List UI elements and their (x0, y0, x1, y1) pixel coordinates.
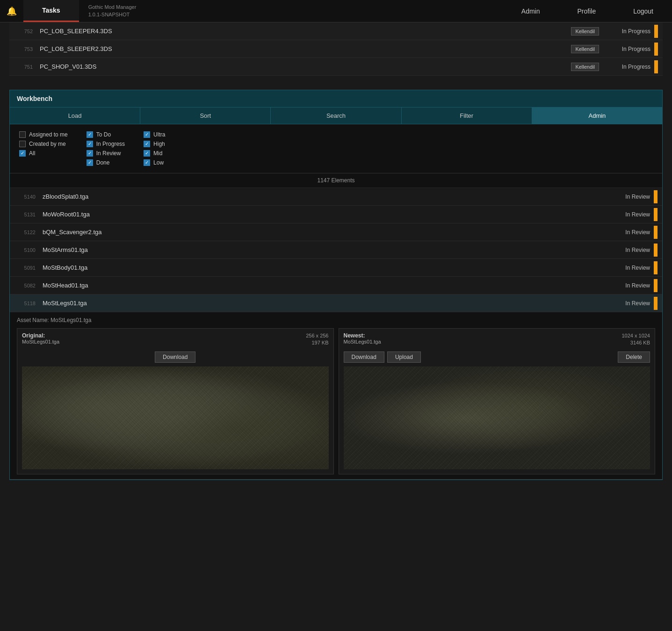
task-list: 752 PC_LOB_SLEEPER4.3DS Kellendil In Pro… (9, 22, 663, 76)
filter-all[interactable]: All (19, 150, 68, 157)
asset-name: MoStLegs01.tga (43, 300, 625, 307)
status-bar (654, 25, 658, 38)
asset-row[interactable]: 5140 zBloodSplat0.tga In Review (10, 188, 662, 206)
task-assignee: Kellendil (571, 27, 599, 36)
asset-name: MoWoRoot01.tga (43, 211, 625, 218)
tasks-tab[interactable]: Tasks (23, 0, 79, 22)
tab-sort[interactable]: Sort (140, 108, 271, 124)
filter-group-priority: Ultra High Mid Low (144, 131, 165, 166)
profile-link[interactable]: Profile (558, 0, 614, 22)
tab-load[interactable]: Load (10, 108, 140, 124)
table-row[interactable]: 752 PC_LOB_SLEEPER4.3DS Kellendil In Pro… (9, 22, 663, 40)
newest-actions: Download Upload Delete (339, 349, 655, 366)
filter-in-progress[interactable]: In Progress (87, 141, 125, 147)
checkbox-done[interactable] (87, 159, 93, 166)
checkbox-in-progress[interactable] (87, 141, 93, 147)
filter-area: Assigned to me Created by me All (10, 124, 662, 173)
asset-status: In Review (625, 229, 650, 236)
asset-status: In Review (625, 282, 650, 289)
task-name: PC_SHOP_V01.3DS (40, 63, 571, 70)
newest-upload-button[interactable]: Upload (387, 351, 421, 363)
filter-created-by-me[interactable]: Created by me (19, 141, 68, 147)
filter-group-assignment: Assigned to me Created by me All (19, 131, 68, 166)
filter-assigned-to-me[interactable]: Assigned to me (19, 131, 68, 138)
filter-low[interactable]: Low (144, 159, 165, 166)
filter-label: Ultra (153, 131, 165, 138)
panel-newest: Newest: MoStLegs01.tga 1024 x 1024 3146 … (339, 328, 656, 474)
asset-status: In Review (625, 194, 650, 200)
panel-original: Original: MoStLegs01.tga 256 x 256 197 K… (17, 328, 334, 474)
expanded-asset-name: Asset Name: MoStLegs01.tga (17, 317, 655, 323)
newest-title: Newest: (344, 332, 381, 339)
filter-label: Mid (153, 150, 162, 157)
workbench-title: Workbench (10, 90, 662, 108)
newest-meta: 1024 x 1024 3146 KB (621, 332, 650, 347)
asset-row[interactable]: 5100 MoStArms01.tga In Review (10, 241, 662, 259)
original-filename: MoStLegs01.tga (22, 339, 59, 344)
filter-label: To Do (96, 131, 111, 138)
main-content: 752 PC_LOB_SLEEPER4.3DS Kellendil In Pro… (0, 22, 672, 489)
filter-done[interactable]: Done (87, 159, 125, 166)
panel-newest-header: Newest: MoStLegs01.tga 1024 x 1024 3146 … (339, 329, 655, 349)
asset-name: MoStArms01.tga (43, 246, 625, 253)
task-number: 753 (14, 46, 33, 52)
tab-filter[interactable]: Filter (402, 108, 532, 124)
original-size: 197 KB (306, 339, 328, 346)
original-actions: Download (17, 349, 333, 366)
task-status: In Progress (604, 46, 650, 52)
filter-label: Assigned to me (29, 131, 68, 138)
asset-number: 5140 (14, 194, 36, 200)
bell-icon[interactable]: 🔔 (0, 6, 23, 16)
filter-mid[interactable]: Mid (144, 150, 165, 157)
top-navigation: 🔔 Tasks Gothic Mod Manager 1.0.1-SNAPSHO… (0, 0, 672, 22)
asset-row[interactable]: 5131 MoWoRoot01.tga In Review (10, 206, 662, 223)
asset-name: MoStBody01.tga (43, 264, 625, 271)
table-row[interactable]: 751 PC_SHOP_V01.3DS Kellendil In Progres… (9, 58, 663, 76)
newest-delete-button[interactable]: Delete (618, 351, 650, 363)
asset-row-expanded[interactable]: 5118 MoStLegs01.tga In Review (10, 294, 662, 312)
original-download-button[interactable]: Download (155, 351, 195, 363)
filter-label: In Progress (96, 141, 125, 147)
asset-status: In Review (625, 300, 650, 307)
newest-dimensions: 1024 x 1024 (621, 332, 650, 339)
original-dimensions: 256 x 256 (306, 332, 328, 339)
asset-row[interactable]: 5091 MoStBody01.tga In Review (10, 259, 662, 277)
newest-image (344, 366, 650, 469)
task-name: PC_LOB_SLEEPER4.3DS (40, 28, 571, 35)
filter-label: In Review (96, 150, 121, 157)
task-name: PC_LOB_SLEEPER2.3DS (40, 45, 571, 52)
logout-link[interactable]: Logout (614, 0, 672, 22)
checkbox-created-by-me[interactable] (19, 141, 26, 147)
asset-row[interactable]: 5122 bQM_Scavenger2.tga In Review (10, 223, 662, 241)
table-row[interactable]: 753 PC_LOB_SLEEPER2.3DS Kellendil In Pro… (9, 40, 663, 58)
status-indicator (654, 279, 658, 292)
filter-todo[interactable]: To Do (87, 131, 125, 138)
checkbox-ultra[interactable] (144, 131, 150, 138)
checkbox-assigned-to-me[interactable] (19, 131, 26, 138)
checkbox-in-review[interactable] (87, 150, 93, 157)
filter-in-review[interactable]: In Review (87, 150, 125, 157)
filter-ultra[interactable]: Ultra (144, 131, 165, 138)
checkbox-low[interactable] (144, 159, 150, 166)
filter-high[interactable]: High (144, 141, 165, 147)
checkbox-mid[interactable] (144, 150, 150, 157)
asset-row[interactable]: 5082 MoStHead01.tga In Review (10, 277, 662, 294)
filter-group-status: To Do In Progress In Review Done (87, 131, 125, 166)
checkbox-all[interactable] (19, 150, 26, 157)
tab-search[interactable]: Search (271, 108, 401, 124)
checkbox-todo[interactable] (87, 131, 93, 138)
admin-link[interactable]: Admin (503, 0, 559, 22)
task-assignee: Kellendil (571, 63, 599, 71)
newest-download-button[interactable]: Download (344, 351, 384, 363)
status-bar (654, 43, 658, 56)
task-status: In Progress (604, 28, 650, 35)
workbench-container: Workbench Load Sort Search Filter Admin … (9, 90, 663, 480)
asset-list: 5140 zBloodSplat0.tga In Review 5131 MoW… (10, 188, 662, 480)
asset-number: 5118 (14, 301, 36, 306)
original-image (22, 366, 329, 469)
tab-admin[interactable]: Admin (532, 108, 662, 124)
checkbox-high[interactable] (144, 141, 150, 147)
workbench-tabs: Load Sort Search Filter Admin (10, 108, 662, 124)
status-indicator (654, 190, 658, 203)
task-assignee: Kellendil (571, 45, 599, 53)
